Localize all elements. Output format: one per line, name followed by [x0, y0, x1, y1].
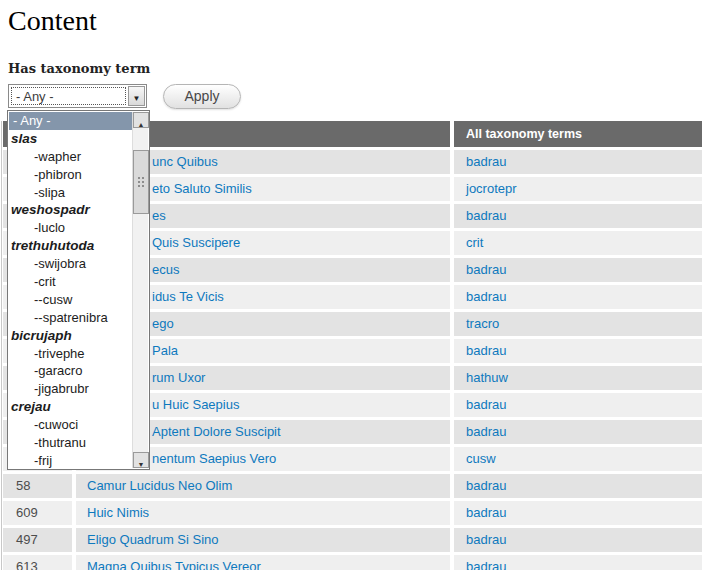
row-term-link[interactable]: badrau: [466, 262, 506, 277]
dropdown-group-label[interactable]: crejau: [9, 398, 132, 416]
row-title-cell: Huic Nimis: [76, 501, 450, 525]
row-title-link[interactable]: Aptent Dolore Suscipit: [152, 424, 281, 439]
row-title-link[interactable]: Magna Quibus Typicus Vereor: [87, 559, 261, 570]
dropdown-group-label[interactable]: weshospadr: [9, 201, 132, 219]
row-term-cell: badrau: [454, 150, 702, 174]
terms-header-cell[interactable]: All taxonomy terms: [454, 121, 702, 147]
row-title-link[interactable]: es: [152, 208, 166, 223]
thumb-grip-icon: [137, 176, 146, 189]
row-title-cell: Eligo Quadrum Si Sino: [76, 528, 450, 552]
row-term-cell: jocrotepr: [454, 177, 702, 201]
row-title-link[interactable]: ecus: [152, 262, 179, 277]
dropdown-option[interactable]: -crit: [9, 273, 132, 291]
chevron-down-icon: ▼: [133, 94, 141, 103]
row-term-cell: badrau: [454, 555, 702, 570]
dropdown-option[interactable]: -wapher: [9, 148, 132, 166]
row-term-cell: badrau: [454, 258, 702, 282]
row-term-cell: cusw: [454, 447, 702, 471]
table-row: 497Eligo Quadrum Si Sinobadrau: [3, 528, 702, 552]
row-term-cell: badrau: [454, 528, 702, 552]
triangle-down-icon: ▼: [138, 461, 145, 468]
dropdown-option[interactable]: -phibron: [9, 166, 132, 184]
dropdown-option[interactable]: --cusw: [9, 291, 132, 309]
row-term-cell: crit: [454, 231, 702, 255]
row-term-link[interactable]: badrau: [466, 532, 506, 547]
row-term-link[interactable]: badrau: [466, 397, 506, 412]
dropdown-group-label[interactable]: slas: [9, 130, 132, 148]
row-title-link[interactable]: eto Saluto Similis: [152, 181, 252, 196]
dropdown-group-label[interactable]: bicrujaph: [9, 327, 132, 345]
row-title-link[interactable]: ego: [152, 316, 174, 331]
select-value: - Any -: [11, 87, 126, 105]
row-term-link[interactable]: cusw: [466, 451, 496, 466]
apply-button[interactable]: Apply: [163, 84, 241, 109]
triangle-up-icon: ▲: [138, 121, 145, 128]
row-id: 609: [3, 501, 72, 525]
row-term-link[interactable]: hathuw: [466, 370, 508, 385]
row-term-cell: badrau: [454, 420, 702, 444]
row-title-link[interactable]: unc Quibus: [152, 154, 218, 169]
table-row: 609Huic Nimisbadrau: [3, 501, 702, 525]
dropdown-option[interactable]: -thutranu: [9, 434, 132, 452]
row-title-link[interactable]: idus Te Vicis: [152, 289, 224, 304]
taxonomy-dropdown-list[interactable]: - Any -slas-wapher-phibron-slipaweshospa…: [7, 110, 150, 470]
dropdown-option[interactable]: -luclo: [9, 219, 132, 237]
row-term-link[interactable]: badrau: [466, 478, 506, 493]
scroll-up-button[interactable]: ▲: [133, 112, 149, 128]
row-title-cell: Camur Lucidus Neo Olim: [76, 474, 450, 498]
row-title-link[interactable]: u Huic Saepius: [152, 397, 239, 412]
row-id: 613: [3, 555, 72, 570]
dropdown-items: - Any -slas-wapher-phibron-slipaweshospa…: [9, 112, 132, 470]
row-term-link[interactable]: badrau: [466, 289, 506, 304]
dropdown-group-label[interactable]: trethuhutoda: [9, 237, 132, 255]
row-term-link[interactable]: badrau: [466, 424, 506, 439]
row-term-link[interactable]: badrau: [466, 559, 506, 570]
scroll-down-button[interactable]: ▼: [133, 452, 149, 468]
row-term-link[interactable]: crit: [466, 235, 483, 250]
table-row: 613Magna Quibus Typicus Vereorbadrau: [3, 555, 702, 570]
row-term-cell: badrau: [454, 285, 702, 309]
row-title-link[interactable]: nentum Saepius Vero: [152, 451, 276, 466]
row-id: 497: [3, 528, 72, 552]
row-term-link[interactable]: badrau: [466, 343, 506, 358]
row-term-cell: hathuw: [454, 366, 702, 390]
row-term-link[interactable]: badrau: [466, 208, 506, 223]
row-term-link[interactable]: jocrotepr: [466, 181, 517, 196]
row-term-cell: badrau: [454, 474, 702, 498]
row-title-link[interactable]: Eligo Quadrum Si Sino: [87, 532, 219, 547]
scroll-thumb[interactable]: [133, 150, 149, 214]
dropdown-option[interactable]: --spatrenibra: [9, 309, 132, 327]
row-term-cell: badrau: [454, 501, 702, 525]
row-term-cell: badrau: [454, 393, 702, 417]
dropdown-option[interactable]: - Any -: [9, 112, 132, 130]
row-term-link[interactable]: tracro: [466, 316, 499, 331]
row-title-link[interactable]: Quis Suscipere: [152, 235, 240, 250]
row-title-link[interactable]: Pala: [152, 343, 178, 358]
row-term-link[interactable]: badrau: [466, 505, 506, 520]
row-term-cell: badrau: [454, 204, 702, 228]
row-term-cell: badrau: [454, 339, 702, 363]
dropdown-option[interactable]: -trivephe: [9, 345, 132, 363]
scrollbar[interactable]: ▲ ▼: [132, 112, 148, 468]
row-term-cell: tracro: [454, 312, 702, 336]
filter-label: Has taxonomy term: [8, 61, 150, 76]
page-title: Content: [8, 5, 97, 37]
dropdown-option[interactable]: -jigabrubr: [9, 380, 132, 398]
row-title-link[interactable]: Huic Nimis: [87, 505, 149, 520]
row-title-link[interactable]: Camur Lucidus Neo Olim: [87, 478, 232, 493]
row-title-cell: Magna Quibus Typicus Vereor: [76, 555, 450, 570]
table-row: 58Camur Lucidus Neo Olimbadrau: [3, 474, 702, 498]
taxonomy-select[interactable]: - Any - ▼: [8, 84, 147, 108]
dropdown-option[interactable]: -garacro: [9, 362, 132, 380]
select-arrow-button[interactable]: ▼: [128, 86, 145, 106]
dropdown-option[interactable]: -frij: [9, 452, 132, 470]
row-title-link[interactable]: rum Uxor: [152, 370, 205, 385]
dropdown-option[interactable]: -slipa: [9, 184, 132, 202]
row-term-link[interactable]: badrau: [466, 154, 506, 169]
dropdown-option[interactable]: -swijobra: [9, 255, 132, 273]
row-id: 58: [3, 474, 72, 498]
dropdown-option[interactable]: -cuwoci: [9, 416, 132, 434]
